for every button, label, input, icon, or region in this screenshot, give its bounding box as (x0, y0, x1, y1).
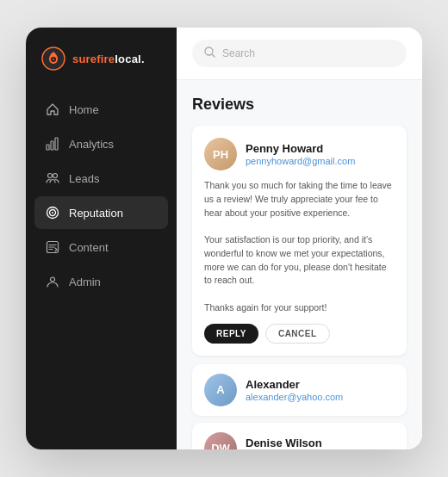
search-bar-container (192, 40, 407, 67)
review-card-denise[interactable]: DW Denise Wilson denisewilson@gmail.com (192, 423, 407, 450)
sidebar-nav: Home Analytics (26, 90, 177, 301)
home-icon (45, 102, 60, 117)
admin-icon (45, 274, 60, 289)
search-icon (204, 46, 215, 61)
review-actions: REPLY CANCEL (204, 324, 395, 344)
sidebar-item-leads-label: Leads (69, 172, 99, 185)
sidebar-item-home[interactable]: Home (34, 93, 168, 126)
reply-button[interactable]: REPLY (204, 324, 258, 344)
leads-icon (45, 170, 60, 186)
review-header: PH Penny Howard pennyhoward@gmail.com (204, 138, 395, 170)
review-body: Thank you so much for taking the time to… (204, 179, 395, 315)
sidebar-item-home-label: Home (69, 103, 99, 116)
svg-rect-4 (51, 141, 53, 150)
reviewer-email: alexander@yahoo.com (246, 392, 343, 402)
sidebar-item-content[interactable]: Content (34, 231, 168, 263)
svg-rect-5 (55, 138, 58, 150)
analytics-icon (45, 136, 60, 152)
review-body-line2: Your satisfaction is our top priority, a… (204, 233, 395, 288)
reviewer-name: Alexander (246, 378, 343, 391)
search-input[interactable] (222, 47, 395, 59)
reputation-icon (45, 205, 60, 220)
svg-point-7 (53, 174, 58, 178)
svg-point-2 (53, 59, 55, 61)
reviewer-info: Alexander alexander@yahoo.com (246, 378, 343, 402)
logo-area: surefirelocal. (26, 28, 177, 90)
avatar-initials: A (216, 383, 224, 396)
review-body-line1: Thank you so much for taking the time to… (204, 179, 395, 220)
sidebar-item-analytics[interactable]: Analytics (34, 127, 168, 160)
reviewer-info: Penny Howard pennyhoward@gmail.com (246, 142, 355, 166)
sidebar-item-reputation[interactable]: Reputation (34, 196, 168, 229)
review-card-alexander[interactable]: A Alexander alexander@yahoo.com (192, 364, 407, 416)
sidebar-item-leads[interactable]: Leads (34, 162, 168, 195)
avatar: PH (204, 138, 237, 170)
content-area: Reviews PH Penny Howard pennyhoward@gmai… (177, 80, 422, 449)
svg-point-10 (52, 212, 53, 214)
avatar-initials: DW (211, 442, 230, 449)
reviewer-name: Denise Wilson (246, 437, 352, 449)
featured-review-card: PH Penny Howard pennyhoward@gmail.com Th… (192, 126, 407, 356)
cancel-button[interactable]: CANCEL (265, 324, 330, 344)
reviewer-email: pennyhoward@gmail.com (246, 156, 355, 166)
avatar-initials: PH (213, 148, 228, 161)
sidebar-item-analytics-label: Analytics (69, 138, 114, 151)
sidebar-item-admin[interactable]: Admin (34, 265, 168, 298)
avatar: A (204, 374, 237, 406)
content-icon (45, 239, 60, 255)
svg-point-6 (48, 174, 53, 178)
svg-point-12 (51, 277, 55, 282)
logo-text: surefirelocal. (72, 53, 145, 65)
sidebar-item-admin-label: Admin (69, 276, 101, 288)
avatar: DW (204, 432, 237, 450)
review-body-line3: Thanks again for your support! (204, 301, 395, 315)
section-title: Reviews (192, 96, 407, 114)
svg-rect-3 (47, 145, 49, 150)
sidebar-item-reputation-label: Reputation (69, 207, 123, 220)
device-frame: surefirelocal. Home (26, 28, 422, 449)
logo-icon (41, 46, 65, 71)
sidebar: surefirelocal. Home (26, 28, 177, 449)
reviewer-info: Denise Wilson denisewilson@gmail.com (246, 437, 352, 450)
top-bar (177, 28, 422, 80)
main-content: Reviews PH Penny Howard pennyhoward@gmai… (177, 28, 422, 449)
sidebar-item-content-label: Content (69, 241, 109, 254)
reviewer-name: Penny Howard (246, 142, 355, 155)
